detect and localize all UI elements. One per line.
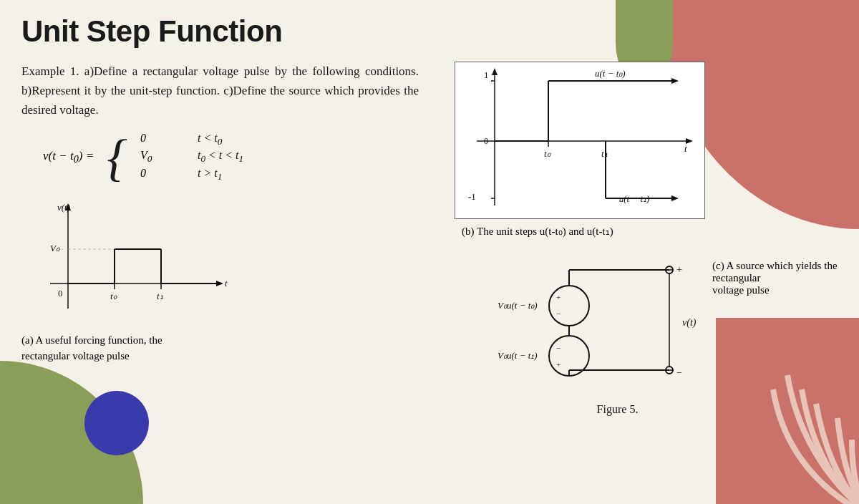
svg-text:−: −	[556, 344, 560, 352]
svg-text:-1: -1	[468, 191, 476, 202]
svg-text:+: +	[556, 293, 560, 301]
left-column: Example 1. a)Define a rectangular voltag…	[21, 62, 419, 490]
circuit-diagram: + − v(t) + − −	[455, 248, 698, 394]
svg-text:t₀: t₀	[544, 148, 551, 159]
graph-b: t 1 -1 0 t₀ t₁	[455, 62, 705, 219]
graph-b-label: (b) The unit steps u(t-t₀) and u(t-t₁)	[462, 225, 838, 238]
equation-rhs: 0 t < t0 V0 t0 < t < t1 0 t > t1	[140, 132, 243, 183]
page-title: Unit Step Function	[21, 14, 838, 49]
eq-cond-1: t < t0	[198, 132, 222, 147]
eq-val-3: 0	[140, 167, 183, 183]
svg-text:−: −	[676, 367, 682, 378]
equation-brace: {	[107, 132, 127, 183]
eq-row-1: 0 t < t0	[140, 132, 243, 147]
svg-text:t₁: t₁	[157, 291, 163, 301]
svg-text:t₀: t₀	[110, 291, 117, 301]
svg-text:−u(t − t₁): −u(t − t₁)	[613, 193, 649, 204]
graph-a-label: (a) A useful forcing function, the recta…	[21, 332, 419, 364]
circuit-container: + − v(t) + − −	[440, 248, 838, 394]
svg-marker-21	[492, 68, 498, 75]
eq-row-3: 0 t > t1	[140, 167, 243, 183]
equation-lhs: v(t − t0) =	[43, 149, 94, 165]
svg-text:u(t − t₀): u(t − t₀)	[595, 68, 626, 79]
graph-a: v(t) t V₀	[29, 198, 229, 326]
svg-text:V₀u(t − t₁): V₀u(t − t₁)	[498, 350, 538, 361]
equation-block: v(t − t0) = { 0 t < t0 V0 t0 < t < t1 0 …	[43, 132, 419, 183]
svg-text:t₁: t₁	[601, 148, 608, 159]
svg-text:v(t): v(t)	[682, 317, 697, 329]
svg-text:0: 0	[484, 136, 488, 146]
right-column: t 1 -1 0 t₀ t₁	[440, 62, 838, 490]
eq-cond-2: t0 < t < t1	[198, 149, 243, 165]
svg-text:V₀: V₀	[50, 243, 60, 253]
graph-a-container: v(t) t V₀	[21, 198, 419, 364]
eq-val-2: V0	[140, 149, 183, 165]
figure-caption: Figure 5.	[397, 403, 838, 416]
svg-text:V₀u(t − t₀): V₀u(t − t₀)	[498, 300, 538, 311]
circuit-label: (c) A source which yields the rectangula…	[712, 254, 838, 296]
svg-text:−: −	[556, 309, 560, 318]
svg-text:+: +	[676, 264, 682, 275]
graph-b-container: t 1 -1 0 t₀ t₁	[440, 62, 838, 238]
svg-point-48	[549, 286, 589, 326]
eq-row-2: V0 t0 < t < t1	[140, 149, 243, 165]
svg-text:v(t): v(t)	[57, 202, 70, 213]
svg-text:+: +	[556, 360, 560, 369]
svg-marker-38	[671, 195, 679, 201]
svg-text:t: t	[684, 143, 687, 154]
svg-text:0: 0	[58, 288, 63, 299]
example-text: Example 1. a)Define a rectangular voltag…	[21, 62, 419, 120]
svg-marker-34	[671, 78, 679, 84]
eq-val-1: 0	[140, 132, 183, 147]
svg-text:1: 1	[484, 69, 489, 80]
blue-circle-decoration	[84, 391, 149, 455]
svg-text:t: t	[225, 278, 228, 289]
eq-cond-3: t > t1	[198, 167, 222, 183]
